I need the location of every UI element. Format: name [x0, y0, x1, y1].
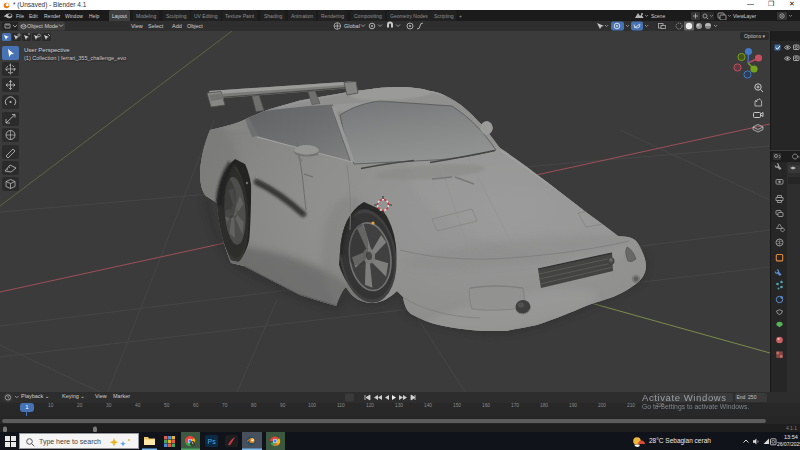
svg-text:Ps: Ps: [208, 438, 217, 445]
